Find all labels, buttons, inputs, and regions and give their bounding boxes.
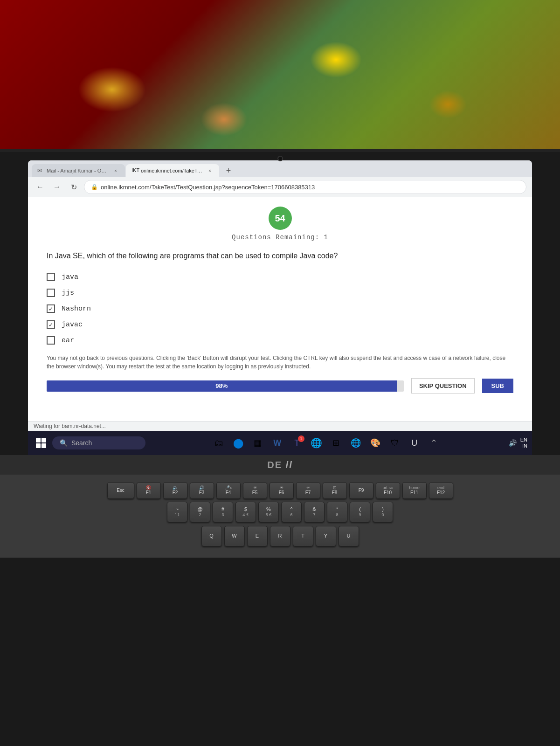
key-f7[interactable]: ✳ F7 [296, 482, 320, 499]
key-f1[interactable]: 🔇 F1 [137, 482, 161, 499]
key-f4[interactable]: 🎤x F4 [216, 482, 241, 499]
key-r[interactable]: R [270, 526, 290, 546]
option-java[interactable]: java [47, 273, 513, 281]
number-key-row: ~ ` 1 @ 2 # 3 $ 4 ₹ % 5 € ^ 6 & 7 * 8 [9, 502, 551, 522]
taskbar-paint-icon[interactable]: 🎨 [367, 435, 384, 451]
taskbar-arrow-icon[interactable]: ⌃ [426, 435, 442, 451]
refresh-button[interactable]: ↻ [67, 180, 80, 193]
globe-icon: 🌐 [351, 438, 361, 448]
key-q[interactable]: Q [201, 526, 222, 546]
key-2[interactable]: @ 2 [190, 502, 210, 522]
taskbar: 🔍 Search 🗂 ⬤ ▦ W T 1 [28, 431, 532, 455]
taskbar-chrome-icon[interactable]: 🌐 [308, 435, 325, 451]
checkbox-jjs[interactable] [47, 289, 55, 297]
windows-quad-4 [41, 443, 46, 448]
key-f11[interactable]: home F11 [402, 482, 427, 499]
sound-icon[interactable]: 🔊 [507, 437, 519, 449]
progress-bar-fill: 98% [47, 380, 397, 392]
taskbar-system-tray: 🔊 EN IN [507, 437, 527, 449]
key-y[interactable]: Y [316, 526, 336, 546]
u-icon: U [411, 438, 417, 448]
progress-bar-container: 98% [47, 380, 404, 392]
key-u[interactable]: U [339, 526, 359, 546]
fn-key-row: Esc 🔇 F1 🔉 F2 🔊 F3 🎤x F4 ☀ F5 ☀ F6 ✳ F7 [9, 482, 551, 499]
question-text: In Java SE, which of the following are p… [47, 250, 513, 262]
key-f8[interactable]: ⊡ F8 [323, 482, 347, 499]
checkbox-ear[interactable] [47, 336, 55, 345]
taskbar-calendar-icon[interactable]: ▦ [249, 435, 266, 451]
taskbar-teams-icon[interactable]: T 1 [289, 435, 305, 451]
taskbar-folder-icon[interactable]: 🗂 [210, 435, 227, 451]
forward-button[interactable]: → [50, 180, 63, 193]
paint-icon: 🎨 [370, 438, 380, 448]
taskbar-edge-icon[interactable]: ⬤ [230, 435, 247, 451]
key-e[interactable]: E [247, 526, 268, 546]
key-f6[interactable]: ☀ F6 [270, 482, 294, 499]
key-f5[interactable]: ☀ F5 [243, 482, 267, 499]
back-button[interactable]: ← [34, 180, 47, 193]
key-8[interactable]: * 8 [327, 502, 347, 522]
tab-mail-close[interactable]: × [112, 167, 119, 174]
taskbar-word-icon[interactable]: W [269, 435, 286, 451]
browser-tab-test[interactable]: IKT online.ikmnet.com/TakeTest/Te... × [126, 164, 219, 177]
key-t[interactable]: T [293, 526, 313, 546]
key-f3[interactable]: 🔊 F3 [190, 482, 214, 499]
checkbox-javac[interactable]: ✓ [47, 320, 55, 329]
search-text: Search [71, 439, 92, 447]
key-f10[interactable]: prt sc F10 [376, 482, 400, 499]
option-jjs[interactable]: jjs [47, 289, 513, 297]
windows-logo-icon [36, 438, 46, 448]
key-f12[interactable]: end F12 [429, 482, 453, 499]
lang-line1: EN [520, 437, 527, 443]
progress-percent: 98% [215, 382, 228, 389]
status-text: Waiting for bam.nr-data.net... [34, 423, 106, 429]
checkbox-java[interactable] [47, 273, 55, 281]
address-text: online.ikmnet.com/TakeTest/TestQuestion.… [101, 184, 315, 191]
taskbar-grid-icon[interactable]: ⊞ [328, 435, 345, 451]
chrome-icon: 🌐 [311, 437, 322, 449]
tab-mail-label: Mail - Amarjit Kumar - Outlook [47, 168, 109, 173]
background-fabric [0, 0, 560, 149]
key-esc[interactable]: Esc [107, 482, 134, 499]
progress-area: 98% SKIP QUESTION SUB [47, 378, 513, 394]
edge-icon: ⬤ [233, 437, 243, 449]
address-bar[interactable]: 🔒 online.ikmnet.com/TakeTest/TestQuestio… [84, 180, 526, 194]
key-w[interactable]: W [224, 526, 245, 546]
browser-tab-mail[interactable]: ✉ Mail - Amarjit Kumar - Outlook × [32, 164, 125, 177]
browser-tabs: ✉ Mail - Amarjit Kumar - Outlook × IKT o… [28, 160, 532, 177]
laptop-outer: ✉ Mail - Amarjit Kumar - Outlook × IKT o… [0, 149, 560, 455]
submit-button[interactable]: SUB [482, 379, 513, 393]
shield-icon: 🛡 [391, 438, 399, 448]
browser-toolbar: ← → ↻ 🔒 online.ikmnet.com/TakeTest/TestQ… [28, 177, 532, 197]
skip-question-button[interactable]: SKIP QUESTION [411, 378, 475, 394]
timer-value: 54 [275, 213, 285, 224]
key-4[interactable]: $ 4 ₹ [235, 502, 256, 522]
qwerty-key-row: Q W E R T Y U [9, 526, 551, 546]
key-0[interactable]: ) 0 [373, 502, 393, 522]
folder-icon: 🗂 [214, 438, 223, 449]
grid-icon: ⊞ [332, 438, 339, 448]
key-5[interactable]: % 5 € [258, 502, 279, 522]
key-tilde[interactable]: ~ ` 1 [167, 502, 187, 522]
new-tab-button[interactable]: + [222, 164, 235, 177]
taskbar-shield-icon[interactable]: 🛡 [387, 435, 403, 451]
arrow-icon: ⌃ [430, 438, 437, 448]
laptop-bezel: ✉ Mail - Amarjit Kumar - Outlook × IKT o… [0, 152, 560, 455]
key-f9[interactable]: F9 [349, 482, 373, 499]
key-6[interactable]: ^ 6 [281, 502, 302, 522]
key-3[interactable]: # 3 [213, 502, 233, 522]
option-ear[interactable]: ear [47, 336, 513, 345]
taskbar-u-icon[interactable]: U [406, 435, 423, 451]
checkbox-nashorn[interactable]: ✓ [47, 304, 55, 313]
option-nashorn[interactable]: ✓ Nashorn [47, 304, 513, 313]
taskbar-search[interactable]: 🔍 Search [52, 436, 145, 449]
tab-test-close[interactable]: × [206, 167, 214, 174]
warning-text: You may not go back to previous question… [47, 354, 513, 371]
key-9[interactable]: ( 9 [350, 502, 370, 522]
taskbar-globe-icon[interactable]: 🌐 [347, 435, 364, 451]
option-javac[interactable]: ✓ javac [47, 320, 513, 329]
key-f2[interactable]: 🔉 F2 [163, 482, 187, 499]
start-button[interactable] [33, 435, 49, 451]
key-7[interactable]: & 7 [304, 502, 325, 522]
browser-chrome: ✉ Mail - Amarjit Kumar - Outlook × IKT o… [28, 160, 532, 431]
